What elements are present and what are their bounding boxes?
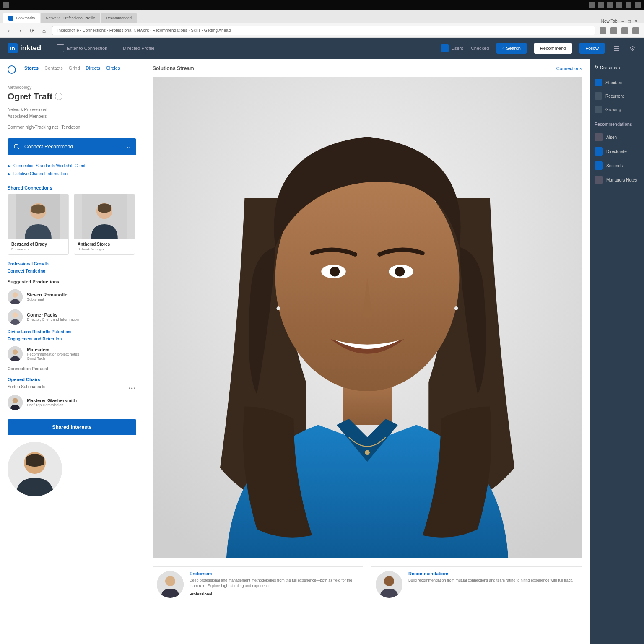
link-engagement[interactable]: Engagement and Retention xyxy=(8,337,136,341)
button-label: Follow xyxy=(585,46,599,51)
right-item[interactable]: Growing xyxy=(595,103,640,116)
browser-tab[interactable]: Recommended xyxy=(101,13,137,23)
menu-icon[interactable] xyxy=(632,27,639,34)
reload-button[interactable]: ⟳ xyxy=(29,27,36,34)
nav-label: Checked xyxy=(471,46,489,51)
bookmark-icon[interactable] xyxy=(621,27,628,34)
bullet-item[interactable]: Relative Channel Information xyxy=(8,170,136,178)
os-taskbar xyxy=(0,0,644,10)
person-card[interactable]: Bertrand of Brady Recommend xyxy=(8,194,69,255)
link-connection-request[interactable]: Connection Request xyxy=(8,366,136,371)
endorsers-card[interactable]: Endorsers Deep professional and manageme… xyxy=(153,566,363,602)
refresh-icon[interactable]: ↻ xyxy=(595,65,598,70)
maximize-button[interactable]: □ xyxy=(628,19,631,23)
card-desc: Deep professional and management methodo… xyxy=(190,578,359,589)
right-item[interactable]: Directorate xyxy=(595,144,640,158)
new-tab-button[interactable]: New Tab xyxy=(601,19,618,23)
section-header: Opened Chairs xyxy=(8,377,136,382)
mini-name: Matesdem xyxy=(27,347,79,352)
gear-icon[interactable]: ⚙ xyxy=(628,44,636,52)
home-button[interactable]: ⌂ xyxy=(40,27,48,34)
connect-search[interactable]: Connect Recommend ⌄ xyxy=(8,138,136,155)
link-patentees[interactable]: Divine Lens Restorfle Patentees xyxy=(8,330,136,334)
mini-name: Steven Romanoffe xyxy=(27,292,68,297)
info-cards-row: Endorsers Deep professional and manageme… xyxy=(153,566,582,602)
right-item[interactable]: Recurrent xyxy=(595,89,640,103)
extension-icon[interactable] xyxy=(610,27,617,34)
person-photo xyxy=(74,194,135,239)
card-desc: Build recommendation from mutual connect… xyxy=(408,578,573,584)
link-professional-growth[interactable]: Professional Growth xyxy=(8,262,136,266)
mini-person[interactable]: Matesdem Recommendation project notes Gr… xyxy=(8,344,136,364)
more-icon[interactable]: ••• xyxy=(128,386,136,392)
diamond-icon xyxy=(595,79,602,86)
os-tray-icon[interactable] xyxy=(598,2,604,8)
svg-point-29 xyxy=(384,576,394,586)
os-tray-icon[interactable] xyxy=(589,2,595,8)
mini-person[interactable]: Conner Packs Director, Client and Inform… xyxy=(8,307,136,327)
svg-point-20 xyxy=(330,267,340,276)
shared-interests-button[interactable]: Shared Interests xyxy=(8,419,136,435)
profile-hero-photo[interactable] xyxy=(153,77,582,558)
nav-checked[interactable]: Checked xyxy=(471,46,489,51)
main-content: Solutions Stream Connections xyxy=(144,59,590,644)
extension-icon[interactable] xyxy=(600,27,606,34)
page-title: Solutions Stream xyxy=(153,65,194,71)
tab-contacts[interactable]: Contacts xyxy=(44,65,62,74)
os-icon xyxy=(3,2,9,8)
nav-item-connection[interactable]: Enter to Connection xyxy=(57,44,107,52)
minimize-button[interactable]: – xyxy=(622,19,624,23)
person-card[interactable]: Anthemd Stores Network Manager xyxy=(74,194,135,255)
connections-link[interactable]: Connections xyxy=(556,66,582,71)
tab-grind[interactable]: Grind xyxy=(69,65,80,74)
brand-logo[interactable]: in inkted xyxy=(8,43,41,53)
nav-users[interactable]: Users xyxy=(441,44,463,52)
recommend-button[interactable]: Recommend xyxy=(534,43,572,54)
close-button[interactable]: × xyxy=(635,19,637,23)
nav-item-profile[interactable]: Directed Profile xyxy=(123,46,154,51)
svg-point-24 xyxy=(454,306,458,310)
profile-header: Methodology Ogret Traft xyxy=(8,85,136,101)
avatar xyxy=(8,395,23,410)
mini-person[interactable]: Masterer Glashersmith Brief Top Commissi… xyxy=(8,392,136,413)
right-item[interactable]: Standard xyxy=(595,76,640,89)
large-avatar[interactable] xyxy=(8,442,62,496)
browser-tab[interactable]: Bookmarks xyxy=(3,13,40,23)
right-item[interactable]: Alsen xyxy=(595,130,640,144)
bullet-item[interactable]: Connection Standards Workshift Client xyxy=(8,162,136,170)
tab-circles[interactable]: Circles xyxy=(106,65,120,74)
browser-tab[interactable]: Network · Professional Profile xyxy=(41,13,100,23)
chevron-down-icon: ⌄ xyxy=(126,144,130,150)
recommendations-card[interactable]: Recommendations Build recommendation fro… xyxy=(371,566,582,602)
mini-person[interactable]: Steven Romanoffe Subtenant xyxy=(8,287,136,307)
square-icon xyxy=(57,44,64,52)
sidebar-tabs: Stores Contacts Grind Directs Circles xyxy=(8,65,136,78)
forward-button[interactable]: › xyxy=(17,27,24,34)
right-item[interactable]: Seconds xyxy=(595,158,640,173)
os-tray-icon[interactable] xyxy=(607,2,613,8)
search-button[interactable]: ‹ Search xyxy=(496,43,527,54)
left-sidebar: Stores Contacts Grind Directs Circles Me… xyxy=(0,59,144,644)
os-tray-icon[interactable] xyxy=(626,2,631,8)
search-icon xyxy=(13,143,20,150)
mini-role: Subtenant xyxy=(27,297,68,301)
os-tray-icon[interactable] xyxy=(635,2,641,8)
mini-name: Conner Packs xyxy=(27,312,79,317)
mini-avatar xyxy=(595,147,603,156)
menu-icon[interactable]: ☰ xyxy=(612,44,621,52)
browser-toolbar: ‹ › ⟳ ⌂ linkedprofile · Connections · Pr… xyxy=(0,23,644,38)
mini-name: Masterer Glashersmith xyxy=(27,398,77,403)
tab-directs[interactable]: Directs xyxy=(86,65,100,74)
link-connect-tendering[interactable]: Connect Tendering xyxy=(8,269,136,273)
right-item[interactable]: Managers Notes xyxy=(595,173,640,187)
svg-point-11 xyxy=(13,349,18,355)
os-tray-icon[interactable] xyxy=(616,2,622,8)
meta-line: Network Professional xyxy=(8,106,136,113)
tab-stores[interactable]: Stores xyxy=(24,65,39,74)
address-bar[interactable]: linkedprofile · Connections · Profession… xyxy=(52,26,595,35)
bullet-list: Connection Standards Workshift Client Re… xyxy=(8,162,136,178)
follow-button[interactable]: Follow xyxy=(579,43,605,54)
back-button[interactable]: ‹ xyxy=(5,27,13,34)
profile-meta: Network Professional Associated Members … xyxy=(8,106,136,131)
circle-icon xyxy=(8,65,16,74)
